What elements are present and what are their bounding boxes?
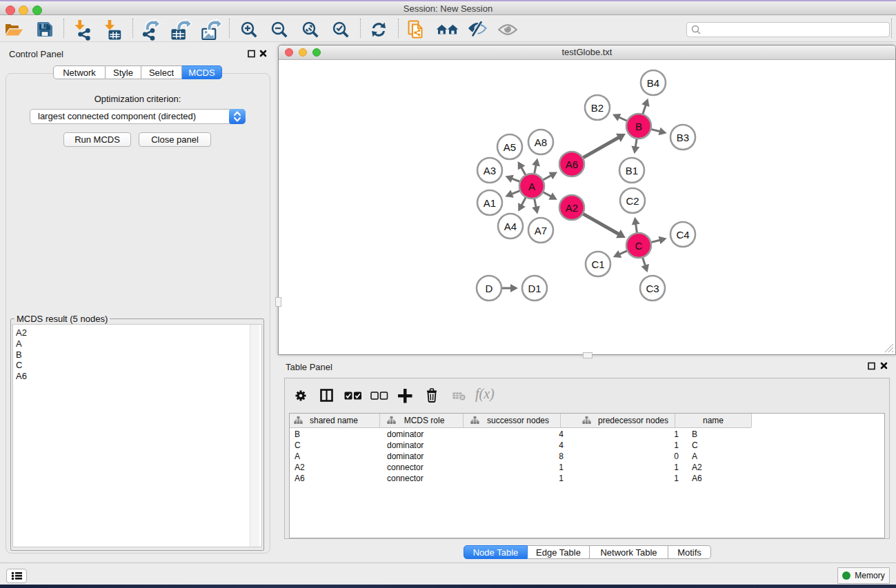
- svg-text:B2: B2: [591, 102, 604, 114]
- svg-text:D1: D1: [528, 283, 541, 294]
- svg-text:C1: C1: [591, 258, 604, 270]
- svg-text:A: A: [528, 181, 535, 192]
- svg-text:A3: A3: [484, 165, 496, 176]
- svg-text:B1: B1: [626, 165, 638, 176]
- svg-text:B4: B4: [647, 77, 659, 89]
- svg-text:B: B: [635, 121, 642, 132]
- svg-text:A8: A8: [535, 136, 547, 148]
- svg-text:C3: C3: [646, 283, 659, 294]
- svg-text:A7: A7: [535, 225, 547, 236]
- svg-text:C4: C4: [676, 229, 689, 241]
- svg-text:B3: B3: [677, 132, 689, 143]
- svg-text:A5: A5: [504, 141, 516, 153]
- svg-text:A4: A4: [504, 221, 517, 232]
- svg-text:A6: A6: [566, 159, 578, 170]
- svg-text:C: C: [635, 240, 643, 252]
- svg-text:A1: A1: [484, 197, 496, 209]
- svg-text:C2: C2: [626, 195, 639, 207]
- svg-text:D: D: [486, 283, 493, 294]
- svg-text:A2: A2: [566, 202, 578, 214]
